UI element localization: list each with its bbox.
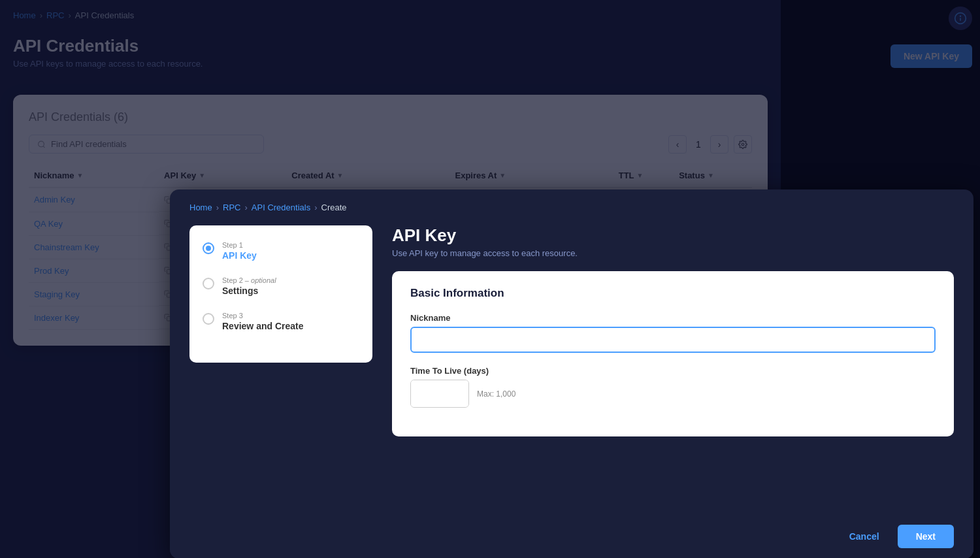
- next-button[interactable]: Next: [898, 525, 954, 548]
- step-1-info: Step 1 API Key: [222, 241, 257, 261]
- steps-sidebar: Step 1 API Key Step 2 – optional Setting…: [189, 225, 372, 363]
- ttl-max-label: Max: 1,000: [477, 389, 515, 399]
- step-2-name: Settings: [222, 286, 276, 296]
- nickname-label: Nickname: [410, 313, 936, 323]
- modal-breadcrumb: Home › RPC › API Credentials › Create: [170, 189, 973, 212]
- step-1[interactable]: Step 1 API Key: [203, 241, 359, 261]
- modal-breadcrumb-api-credentials[interactable]: API Credentials: [252, 203, 310, 212]
- nickname-group: Nickname: [410, 313, 936, 353]
- modal-breadcrumb-current: Create: [321, 203, 347, 212]
- ttl-row: 1 + − Max: 1,000: [410, 380, 936, 408]
- step-3-label: Step 3: [222, 312, 304, 320]
- ttl-group: Time To Live (days) 1 + − Max: 1,000: [410, 366, 936, 408]
- modal-content-title: API Key: [392, 225, 954, 246]
- modal-sep-1: ›: [216, 203, 219, 212]
- ttl-stepper: 1 + −: [410, 380, 469, 408]
- step-2-info: Step 2 – optional Settings: [222, 276, 276, 296]
- modal-sep-2: ›: [244, 203, 247, 212]
- ttl-value-input[interactable]: 1: [411, 380, 469, 407]
- step-1-label: Step 1: [222, 241, 257, 249]
- step-2-label: Step 2 – optional: [222, 276, 276, 284]
- step-2-radio: [203, 278, 214, 289]
- step-2-optional: optional: [251, 276, 276, 284]
- modal-right-content: API Key Use API key to manage access to …: [392, 225, 954, 542]
- modal-sep-3: ›: [314, 203, 317, 212]
- nickname-input[interactable]: [410, 327, 936, 353]
- ttl-label: Time To Live (days): [410, 366, 936, 376]
- modal-breadcrumb-home[interactable]: Home: [189, 203, 212, 212]
- step-3-info: Step 3 Review and Create: [222, 312, 304, 331]
- step-3[interactable]: Step 3 Review and Create: [203, 312, 359, 331]
- modal-footer: Cancel Next: [170, 514, 973, 558]
- create-modal: Home › RPC › API Credentials › Create St…: [170, 189, 973, 558]
- cancel-button[interactable]: Cancel: [839, 525, 890, 548]
- modal-breadcrumb-rpc[interactable]: RPC: [223, 203, 240, 212]
- modal-body: Step 1 API Key Step 2 – optional Setting…: [170, 225, 973, 542]
- step-2[interactable]: Step 2 – optional Settings: [203, 276, 359, 296]
- step-1-name: API Key: [222, 250, 257, 261]
- modal-content-subtitle: Use API key to manage access to each res…: [392, 248, 954, 258]
- form-card: Basic Information Nickname Time To Live …: [392, 271, 954, 436]
- step-3-name: Review and Create: [222, 321, 304, 331]
- step-3-radio: [203, 313, 214, 325]
- step-1-radio: [203, 242, 214, 254]
- form-card-title: Basic Information: [410, 287, 936, 300]
